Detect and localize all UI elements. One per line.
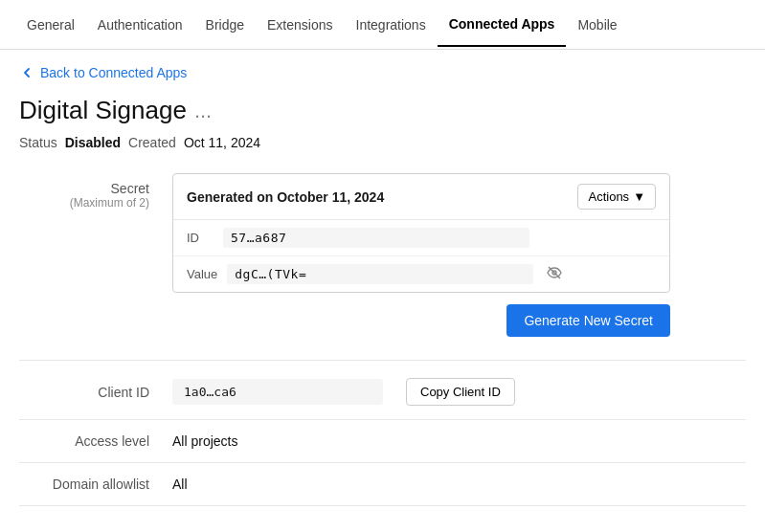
domain-allowlist-label: Domain allowlist	[19, 477, 172, 492]
page-title-dots: ...	[194, 99, 212, 123]
client-id-section: Client ID 1a0…ca6 Copy Client ID	[19, 365, 746, 420]
secret-generated-on: Generated on October 11, 2024	[187, 189, 384, 205]
page-content: Digital Signage ... Status Disabled Crea…	[0, 96, 765, 525]
secret-id-value: 57…a687	[223, 228, 529, 248]
nav-mobile[interactable]: Mobile	[566, 4, 628, 46]
nav-extensions[interactable]: Extensions	[256, 4, 344, 46]
nav-connected-apps[interactable]: Connected Apps	[438, 3, 567, 47]
secret-label: Secret (Maximum of 2)	[19, 173, 172, 210]
secret-value-row: Value dgC…(TVk=	[173, 256, 669, 292]
access-level-label: Access level	[19, 433, 172, 449]
access-level-section: Access level All projects	[19, 420, 746, 463]
page-title: Digital Signage ...	[19, 96, 746, 125]
eye-icon[interactable]	[547, 265, 562, 283]
nav-general[interactable]: General	[15, 4, 86, 46]
actions-button[interactable]: Actions ▼	[577, 184, 656, 210]
back-link[interactable]: Back to Connected Apps	[0, 50, 765, 96]
client-id-content: 1a0…ca6 Copy Client ID	[172, 378, 515, 406]
secret-id-row: ID 57…a687	[173, 220, 669, 256]
client-id-value: 1a0…ca6	[172, 379, 383, 405]
secret-content: Generated on October 11, 2024 Actions ▼ …	[172, 173, 746, 337]
secret-card-header: Generated on October 11, 2024 Actions ▼	[173, 174, 669, 220]
secret-card: Generated on October 11, 2024 Actions ▼ …	[172, 173, 670, 293]
status-row: Status Disabled Created Oct 11, 2024	[19, 135, 746, 150]
top-nav: General Authentication Bridge Extensions…	[0, 0, 765, 50]
nav-integrations[interactable]: Integrations	[345, 4, 438, 46]
value-label: Value	[187, 267, 217, 281]
secret-section: Secret (Maximum of 2) Generated on Octob…	[19, 173, 746, 337]
secret-value-text: dgC…(TVk=	[227, 264, 533, 284]
secret-sublabel: (Maximum of 2)	[19, 196, 149, 210]
created-label: Created	[128, 135, 176, 150]
client-id-label: Client ID	[19, 385, 172, 400]
status-label: Status	[19, 135, 57, 150]
generate-new-secret-button[interactable]: Generate New Secret	[506, 304, 670, 337]
nav-authentication[interactable]: Authentication	[86, 4, 194, 46]
domain-allowlist-value: All	[172, 477, 188, 492]
divider-1	[19, 360, 746, 361]
nav-bridge[interactable]: Bridge	[194, 4, 256, 46]
access-level-value: All projects	[172, 433, 237, 449]
domain-allowlist-section: Domain allowlist All	[19, 463, 746, 506]
created-date: Oct 11, 2024	[184, 135, 260, 150]
chevron-down-icon: ▼	[633, 189, 645, 204]
back-arrow-icon	[19, 65, 34, 80]
copy-client-id-button[interactable]: Copy Client ID	[406, 378, 515, 406]
status-value: Disabled	[65, 135, 121, 150]
id-label: ID	[187, 231, 214, 245]
